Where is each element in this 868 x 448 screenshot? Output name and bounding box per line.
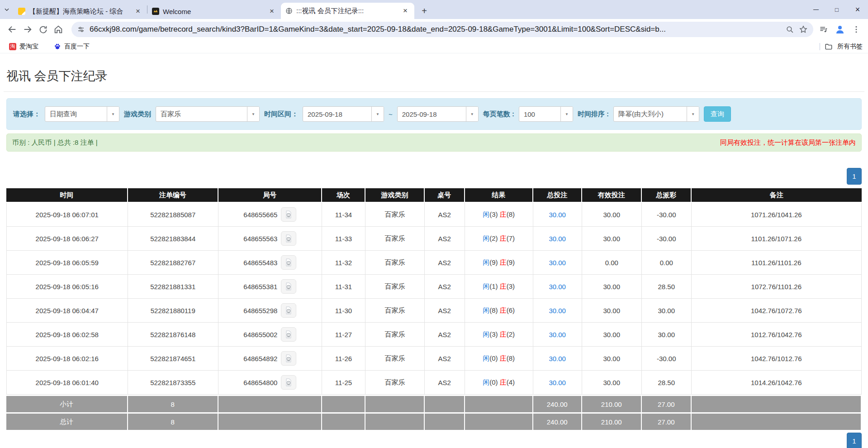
cell-total-bet: 30.00 xyxy=(533,275,582,299)
back-button[interactable] xyxy=(5,22,20,37)
pagination-bottom-page-1[interactable]: 1 xyxy=(847,433,862,448)
bookmark-taobao[interactable]: 淘 爱淘宝 xyxy=(5,42,42,52)
window-close-button[interactable]: × xyxy=(847,0,868,19)
cell-result: 闲(1) 庄(3) xyxy=(465,275,533,299)
dropdown-arrow-icon[interactable]: ▼ xyxy=(247,107,259,121)
cell-total-bet: 30.00 xyxy=(533,323,582,347)
new-tab-button[interactable]: + xyxy=(418,5,431,17)
reload-button[interactable] xyxy=(35,22,51,37)
minimize-button[interactable]: — xyxy=(806,0,826,19)
date-end-select[interactable]: 2025-09-18 ▼ xyxy=(397,106,479,122)
cell-remark: 1012.76/1042.76 xyxy=(692,323,862,347)
date-range-label: 时间区间： xyxy=(264,110,298,119)
tab-close-icon[interactable]: × xyxy=(133,7,142,16)
tab-search-button[interactable] xyxy=(0,0,14,19)
result-banker: 庄(8) xyxy=(500,354,515,362)
tab-close-icon[interactable]: × xyxy=(267,7,276,16)
footer-payout: 27.00 xyxy=(642,395,692,412)
date-start-select[interactable]: 2025-09-18 ▼ xyxy=(303,106,384,122)
dropdown-arrow-icon[interactable]: ▼ xyxy=(466,107,478,121)
cell-total-bet: 30.00 xyxy=(533,203,582,227)
site-settings-icon[interactable] xyxy=(77,25,85,33)
cell-round-id: 648655483 xyxy=(218,251,322,275)
video-replay-button[interactable] xyxy=(281,207,296,222)
page-title: 视讯 会员下注纪录 xyxy=(6,68,862,84)
dropdown-arrow-icon[interactable]: ▼ xyxy=(560,107,573,121)
bookmark-star-icon[interactable] xyxy=(799,25,808,34)
video-replay-button[interactable] xyxy=(281,303,296,318)
cell-session: 11-27 xyxy=(322,323,365,347)
footer-valid-bet: 210.00 xyxy=(582,412,642,430)
footer-total-bet: 240.00 xyxy=(533,412,582,430)
total-bet-link[interactable]: 30.00 xyxy=(549,259,566,267)
video-replay-button[interactable] xyxy=(281,375,296,390)
video-replay-button[interactable] xyxy=(281,279,296,294)
total-bet-link[interactable]: 30.00 xyxy=(549,211,566,219)
table-row: 2025-09-18 06:02:58522821876148648655002… xyxy=(6,323,862,347)
forward-button[interactable] xyxy=(20,22,35,37)
cell-result: 闲(3) 庄(8) xyxy=(465,203,533,227)
total-bet-link[interactable]: 30.00 xyxy=(549,355,566,362)
total-bet-link[interactable]: 30.00 xyxy=(549,379,566,386)
sort-select[interactable]: 降幂(由大到小) ▼ xyxy=(613,106,699,122)
cell-session: 11-26 xyxy=(322,347,365,371)
cell-payout: -30.00 xyxy=(642,203,692,227)
cell-game-kind: 百家乐 xyxy=(365,275,424,299)
game-kind-select[interactable]: 百家乐 ▼ xyxy=(156,106,260,122)
total-bet-link[interactable]: 30.00 xyxy=(549,235,566,243)
table-row: 2025-09-18 06:06:27522821883844648655563… xyxy=(6,227,862,251)
profile-avatar-icon[interactable] xyxy=(835,24,845,35)
dropdown-arrow-icon[interactable]: ▼ xyxy=(687,107,699,121)
video-replay-button[interactable] xyxy=(281,255,296,270)
cell-session: 11-30 xyxy=(322,299,365,323)
zoom-icon[interactable] xyxy=(786,25,794,34)
result-banker: 庄(6) xyxy=(500,306,515,314)
cell-game-kind: 百家乐 xyxy=(365,227,424,251)
media-controls-icon[interactable] xyxy=(819,25,828,34)
result-player: 闲(2) xyxy=(483,234,498,242)
header-total-bet: 总投注 xyxy=(533,188,582,203)
video-replay-button[interactable] xyxy=(281,327,296,342)
footer-label: 小计 xyxy=(6,395,128,412)
round-number: 648655563 xyxy=(243,235,277,243)
address-bar[interactable]: 66cxkj98.com/game/betrecord_search/kind3… xyxy=(71,22,813,37)
tab-welcome[interactable]: Welcome × xyxy=(147,4,281,19)
maximize-button[interactable]: □ xyxy=(826,0,847,19)
total-bet-link[interactable]: 30.00 xyxy=(549,307,566,315)
total-bet-link[interactable]: 30.00 xyxy=(549,331,566,338)
bookmark-label: 百度一下 xyxy=(64,43,90,51)
tab-bet-records-active[interactable]: :::视讯 会员下注纪录::: × xyxy=(281,3,414,19)
per-page-select[interactable]: 100 ▼ xyxy=(519,106,573,122)
film-icon xyxy=(284,258,293,267)
dropdown-arrow-icon[interactable]: ▼ xyxy=(107,107,119,121)
tab-close-icon[interactable]: × xyxy=(401,6,410,15)
title-divider xyxy=(4,91,864,92)
bookmark-baidu[interactable]: 百度一下 xyxy=(50,42,93,52)
footer-result xyxy=(465,412,533,430)
url-text[interactable]: 66cxkj98.com/game/betrecord_search/kind3… xyxy=(90,25,781,34)
footer-game xyxy=(365,412,424,430)
welcome-favicon-icon xyxy=(152,8,159,15)
footer-count: 8 xyxy=(128,395,218,412)
header-remark: 备注 xyxy=(692,188,862,203)
header-game-kind: 游戏类别 xyxy=(365,188,424,203)
cell-round-id: 648655381 xyxy=(218,275,322,299)
video-replay-button[interactable] xyxy=(281,231,296,246)
cell-table: AS2 xyxy=(425,347,465,371)
video-replay-button[interactable] xyxy=(281,351,296,366)
dropdown-arrow-icon[interactable]: ▼ xyxy=(371,107,384,121)
all-bookmarks-button[interactable]: 所有书签 xyxy=(837,43,863,51)
result-banker: 庄(9) xyxy=(500,258,515,266)
menu-dots-icon[interactable] xyxy=(852,25,861,34)
total-bet-link[interactable]: 30.00 xyxy=(549,283,566,291)
cell-payout: 30.00 xyxy=(642,299,692,323)
query-button[interactable]: 查询 xyxy=(704,106,731,122)
result-banker: 庄(7) xyxy=(500,234,515,242)
cell-bet-id: 522821883844 xyxy=(128,227,218,251)
cell-result: 闲(9) 庄(9) xyxy=(465,251,533,275)
tab-forum[interactable]: 【新提醒】海燕策略论坛 - 综合 × xyxy=(14,4,147,19)
pagination-page-1[interactable]: 1 xyxy=(847,168,862,185)
cell-table: AS2 xyxy=(425,227,465,251)
home-button[interactable] xyxy=(51,22,66,37)
query-type-select[interactable]: 日期查询 ▼ xyxy=(45,106,119,122)
